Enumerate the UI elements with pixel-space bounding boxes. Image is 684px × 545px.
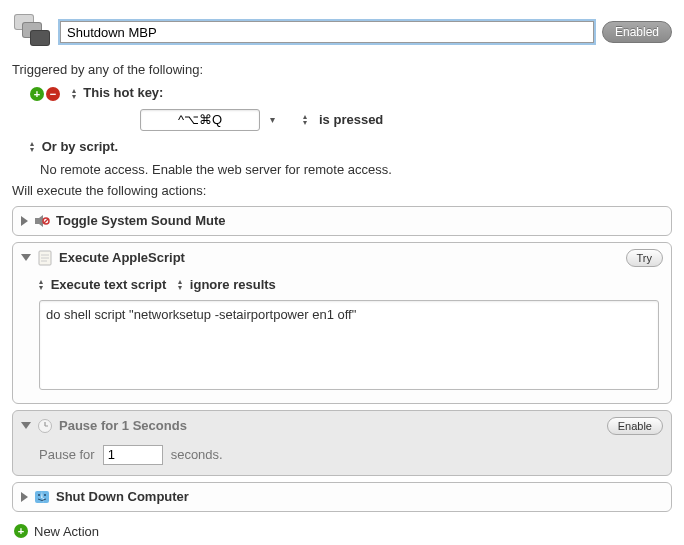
triggers-section-label: Triggered by any of the following: [12, 62, 672, 77]
svg-point-12 [44, 494, 46, 496]
pause-suffix-label: seconds. [171, 447, 223, 462]
action-title: Execute AppleScript [59, 250, 185, 265]
results-mode-stepper[interactable] [178, 279, 182, 291]
results-mode-label: ignore results [190, 277, 276, 292]
add-trigger-button[interactable]: + [30, 87, 44, 101]
script-trigger-row: Or by script. [12, 139, 672, 154]
new-action-button[interactable]: + New Action [12, 518, 672, 545]
macro-name-input[interactable] [60, 21, 594, 43]
clock-icon [37, 418, 53, 434]
applescript-textarea[interactable] [39, 300, 659, 390]
macro-icon [12, 12, 52, 52]
new-action-label: New Action [34, 524, 99, 539]
action-pause: Pause for 1 Seconds Enable Pause for sec… [12, 410, 672, 476]
disclosure-toggle[interactable] [21, 422, 31, 429]
trigger-type-stepper[interactable] [72, 88, 76, 100]
disclosure-toggle[interactable] [21, 254, 31, 261]
finder-icon [34, 489, 50, 505]
action-title: Pause for 1 Seconds [59, 418, 187, 433]
script-mode-stepper[interactable] [39, 279, 43, 291]
try-button[interactable]: Try [626, 249, 663, 267]
action-title: Shut Down Computer [56, 489, 189, 504]
action-toggle-mute: Toggle System Sound Mute [12, 206, 672, 236]
remote-access-note: No remote access. Enable the web server … [40, 162, 672, 177]
pause-seconds-input[interactable] [103, 445, 163, 465]
hotkey-input[interactable] [140, 109, 260, 131]
svg-line-2 [44, 219, 48, 223]
trigger-type-label: This hot key: [83, 85, 163, 100]
header-row: Enabled [12, 12, 672, 52]
trigger-row: + − This hot key: ▾ is pressed [12, 85, 672, 131]
script-trigger-label: Or by script. [42, 139, 119, 154]
action-shutdown: Shut Down Computer [12, 482, 672, 512]
press-mode-label: is pressed [319, 112, 383, 127]
actions-section-label: Will execute the following actions: [12, 183, 672, 198]
svg-point-11 [38, 494, 40, 496]
disclosure-toggle[interactable] [21, 216, 28, 226]
script-trigger-stepper[interactable] [30, 141, 34, 153]
disclosure-toggle[interactable] [21, 492, 28, 502]
script-mode-label: Execute text script [51, 277, 167, 292]
action-title: Toggle System Sound Mute [56, 213, 226, 228]
action-applescript: Execute AppleScript Try Execute text scr… [12, 242, 672, 404]
pause-prefix-label: Pause for [39, 447, 95, 462]
hotkey-options-popup[interactable]: ▾ [270, 114, 275, 125]
press-mode-stepper[interactable] [303, 114, 307, 126]
add-icon: + [14, 524, 28, 538]
remove-trigger-button[interactable]: − [46, 87, 60, 101]
enable-button[interactable]: Enable [607, 417, 663, 435]
speaker-mute-icon [34, 213, 50, 229]
enabled-toggle-button[interactable]: Enabled [602, 21, 672, 43]
applescript-icon [37, 250, 53, 266]
svg-marker-0 [35, 215, 43, 227]
